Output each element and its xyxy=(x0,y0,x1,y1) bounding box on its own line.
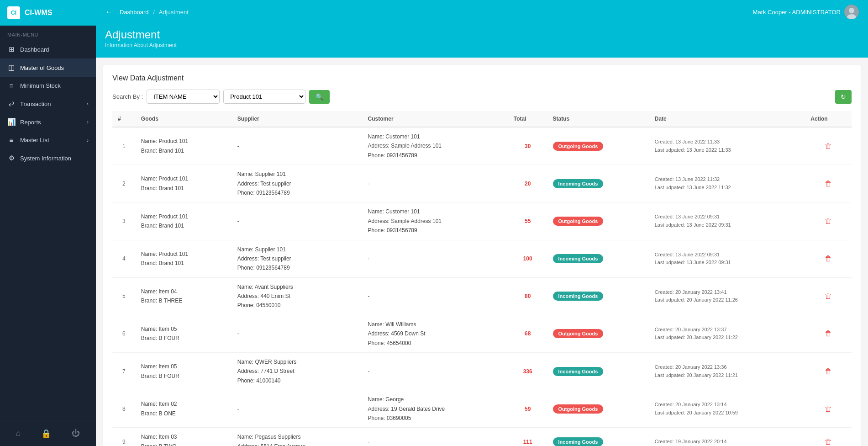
table-row: 7 Name: Item 05 Brand: B FOUR Name: QWER… xyxy=(112,353,852,390)
system-information-icon: ⚙ xyxy=(7,154,16,162)
cell-num: 8 xyxy=(112,390,136,428)
cell-date: Created: 19 January 2022 20:14 xyxy=(649,428,805,446)
cell-customer: Name: Will Williams Address: 4569 Down S… xyxy=(363,315,508,352)
minimum-stock-icon: ≡ xyxy=(7,82,16,90)
dashboard-icon: ⊞ xyxy=(7,45,16,53)
sidebar-item-label: Master of Goods xyxy=(20,64,64,71)
cell-date: Created: 20 January 2022 13:37 Last udpa… xyxy=(649,315,805,352)
sidebar-item-master-of-goods[interactable]: ◫ Master of Goods xyxy=(0,58,96,77)
search-label: Search By : xyxy=(112,93,143,100)
user-name: Mark Cooper - ADMINISTRATOR xyxy=(753,9,841,16)
sidebar-item-reports[interactable]: 📊 Reports › xyxy=(0,113,96,131)
status-badge: Incoming Goods xyxy=(553,179,604,188)
delete-button[interactable]: 🗑 xyxy=(822,366,835,377)
cell-customer: Name: George Address: 19 Gerald Bates Dr… xyxy=(363,390,508,428)
delete-button[interactable]: 🗑 xyxy=(822,404,835,414)
cell-total: 55 xyxy=(508,202,547,240)
page-header: Adjustment Information About Adjustment xyxy=(96,24,868,58)
cell-date: Created: 13 June 2022 09:31 Last udpated… xyxy=(649,202,805,240)
delete-button[interactable]: 🗑 xyxy=(822,437,835,446)
col-header-status: Status xyxy=(547,111,649,127)
status-badge: Incoming Goods xyxy=(553,437,604,446)
app-logo: CI xyxy=(7,6,20,19)
sidebar-item-master-list[interactable]: ≡ Master List › xyxy=(0,131,96,149)
search-bar: Search By : ITEM NAME BRAND SUPPLIER CUS… xyxy=(112,90,852,104)
cell-action: 🗑 xyxy=(805,428,852,446)
data-card: View Data Adjustment Search By : ITEM NA… xyxy=(103,65,861,446)
status-badge: Outgoing Goods xyxy=(553,404,604,414)
cell-action: 🗑 xyxy=(805,127,852,165)
cell-goods: Name: Item 02 Brand: B ONE xyxy=(136,390,232,428)
cell-date: Created: 20 January 2022 13:14 Last udpa… xyxy=(649,390,805,428)
col-header-action: Action xyxy=(805,111,852,127)
cell-action: 🗑 xyxy=(805,240,852,277)
delete-button[interactable]: 🗑 xyxy=(822,254,835,264)
chevron-right-icon: › xyxy=(87,138,89,143)
cell-status: Incoming Goods xyxy=(547,428,649,446)
cell-supplier: Name: Supplier 101 Address: Test supplie… xyxy=(232,240,363,277)
cell-status: Outgoing Goods xyxy=(547,315,649,352)
cell-goods: Name: Item 04 Brand: B THREE xyxy=(136,277,232,315)
cell-goods: Name: Item 05 Brand: B FOUR xyxy=(136,315,232,352)
search-value-select[interactable]: Product 101 Item 04 Item 05 Item 02 Item… xyxy=(223,90,305,104)
cell-status: Outgoing Goods xyxy=(547,127,649,165)
main-content: ← Dashboard / Adjustment Mark Cooper - A… xyxy=(96,0,868,446)
back-button[interactable]: ← xyxy=(105,7,113,17)
sidebar-item-label: Dashboard xyxy=(20,46,49,53)
delete-button[interactable]: 🗑 xyxy=(822,141,835,151)
sidebar-item-minimum-stock[interactable]: ≡ Minimum Stock xyxy=(0,77,96,95)
status-badge: Outgoing Goods xyxy=(553,142,604,151)
transaction-icon: ⇄ xyxy=(7,100,16,108)
cell-action: 🗑 xyxy=(805,277,852,315)
sidebar-item-transaction[interactable]: ⇄ Transaction › xyxy=(0,95,96,113)
refresh-button[interactable]: ↻ xyxy=(835,90,852,104)
cell-supplier: - xyxy=(232,202,363,240)
table-row: 3 Name: Product 101 Brand: Brand 101 - N… xyxy=(112,202,852,240)
cell-supplier: - xyxy=(232,127,363,165)
power-icon[interactable]: ⏻ xyxy=(68,427,84,441)
cell-status: Incoming Goods xyxy=(547,277,649,315)
cell-action: 🗑 xyxy=(805,202,852,240)
delete-button[interactable]: 🗑 xyxy=(822,216,835,226)
sidebar-item-label: System Information xyxy=(20,155,71,162)
cell-action: 🗑 xyxy=(805,353,852,390)
col-header-goods: Goods xyxy=(136,111,232,127)
cell-total: 20 xyxy=(508,165,547,202)
breadcrumb-home[interactable]: Dashboard xyxy=(120,9,149,16)
delete-button[interactable]: 🗑 xyxy=(822,291,835,301)
cell-num: 7 xyxy=(112,353,136,390)
delete-button[interactable]: 🗑 xyxy=(822,179,835,189)
cell-action: 🗑 xyxy=(805,315,852,352)
cell-supplier: Name: QWER Suppliers Address: 7741 D Str… xyxy=(232,353,363,390)
cell-total: 59 xyxy=(508,390,547,428)
cell-num: 2 xyxy=(112,165,136,202)
cell-status: Outgoing Goods xyxy=(547,390,649,428)
status-badge: Outgoing Goods xyxy=(553,329,604,338)
status-badge: Incoming Goods xyxy=(553,254,604,263)
sidebar-item-system-information[interactable]: ⚙ System Information xyxy=(0,149,96,167)
cell-date: Created: 20 January 2022 13:36 Last udpa… xyxy=(649,353,805,390)
cell-num: 1 xyxy=(112,127,136,165)
col-header-customer: Customer xyxy=(363,111,508,127)
cell-total: 80 xyxy=(508,277,547,315)
cell-goods: Name: Product 101 Brand: Brand 101 xyxy=(136,165,232,202)
cell-goods: Name: Product 101 Brand: Brand 101 xyxy=(136,202,232,240)
sidebar-item-label: Transaction xyxy=(20,101,51,107)
sidebar-footer: ⌂ 🔒 ⏻ xyxy=(0,421,96,446)
breadcrumb-current: Adjustment xyxy=(159,9,189,16)
table-row: 4 Name: Product 101 Brand: Brand 101 Nam… xyxy=(112,240,852,277)
cell-total: 68 xyxy=(508,315,547,352)
cell-total: 100 xyxy=(508,240,547,277)
sidebar-item-dashboard[interactable]: ⊞ Dashboard xyxy=(0,40,96,58)
home-icon[interactable]: ⌂ xyxy=(12,427,25,441)
cell-supplier: - xyxy=(232,390,363,428)
reports-icon: 📊 xyxy=(7,118,16,126)
sidebar: CI CI-WMS Main-Menu ⊞ Dashboard ◫ Master… xyxy=(0,0,96,446)
search-field-select[interactable]: ITEM NAME BRAND SUPPLIER CUSTOMER xyxy=(147,90,220,104)
cell-customer: Name: Customer 101 Address: Sample Addre… xyxy=(363,202,508,240)
cell-status: Incoming Goods xyxy=(547,353,649,390)
col-header-supplier: Supplier xyxy=(232,111,363,127)
lock-icon[interactable]: 🔒 xyxy=(37,427,55,441)
delete-button[interactable]: 🗑 xyxy=(822,329,835,339)
search-button[interactable]: 🔍 xyxy=(309,90,330,104)
